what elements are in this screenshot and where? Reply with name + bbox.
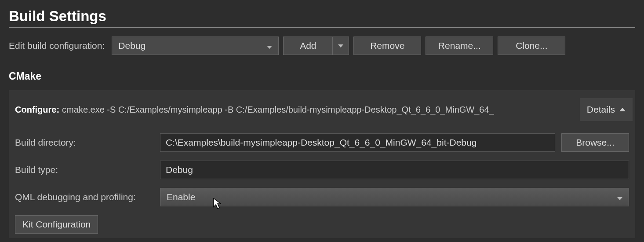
qml-row: QML debugging and profiling: Enable [9, 183, 635, 211]
qml-label: QML debugging and profiling: [15, 192, 160, 202]
kit-configuration-button[interactable]: Kit Configuration [15, 215, 98, 234]
page-title: Build Settings [9, 8, 635, 28]
edit-config-label: Edit build configuration: [9, 40, 105, 51]
build-directory-row: Build directory: Browse... [9, 129, 635, 156]
configure-row: Configure: cmake.exe -S C:/Examples/mysi… [9, 90, 635, 129]
details-label: Details [587, 104, 615, 115]
build-type-row: Build type: [9, 156, 635, 183]
chevron-down-icon [338, 44, 343, 48]
configure-command: cmake.exe -S C:/Examples/mysimpleapp -B … [62, 105, 575, 115]
details-button[interactable]: Details [580, 98, 633, 121]
build-type-input[interactable] [160, 161, 629, 179]
build-directory-input[interactable] [160, 133, 555, 152]
add-dropdown-arrow[interactable] [332, 37, 349, 55]
add-button[interactable]: Add [283, 37, 332, 55]
qml-selected: Enable [167, 192, 195, 202]
browse-button[interactable]: Browse... [561, 133, 629, 152]
cmake-section-title: CMake [9, 70, 635, 82]
config-row: Edit build configuration: Debug Add Remo… [9, 37, 635, 55]
chevron-down-icon [617, 192, 622, 202]
cmake-panel: Configure: cmake.exe -S C:/Examples/mysi… [9, 90, 635, 238]
build-type-label: Build type: [15, 165, 160, 175]
configure-label: Configure: [15, 105, 59, 115]
build-config-selected: Debug [118, 40, 146, 51]
chevron-down-icon [267, 40, 272, 51]
build-config-dropdown[interactable]: Debug [112, 37, 279, 55]
add-split-button: Add [283, 37, 349, 55]
remove-button[interactable]: Remove [353, 37, 421, 55]
chevron-up-icon [619, 108, 626, 111]
qml-dropdown[interactable]: Enable [160, 188, 629, 206]
build-directory-label: Build directory: [15, 137, 160, 148]
rename-button[interactable]: Rename... [426, 37, 493, 55]
clone-button[interactable]: Clone... [498, 37, 565, 55]
